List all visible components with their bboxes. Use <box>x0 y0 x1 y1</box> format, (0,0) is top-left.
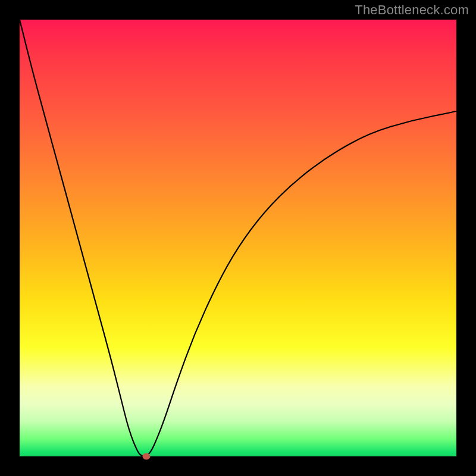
plot-area <box>20 20 456 456</box>
optimal-point-marker <box>142 453 150 460</box>
watermark-text: TheBottleneck.com <box>355 2 469 18</box>
chart-frame: TheBottleneck.com <box>0 0 476 476</box>
gradient-background <box>20 20 456 456</box>
